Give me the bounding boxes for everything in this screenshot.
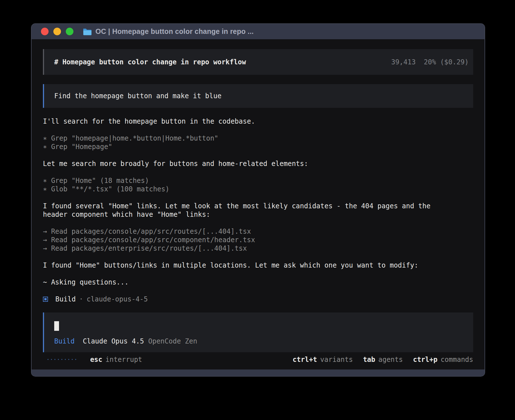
tool-call-line: → Read packages/console/app/src/routes/[… [43,227,455,236]
terminal-content[interactable]: # Homepage button color change in repo w… [32,39,485,369]
session-title: # Homepage button color change in repo w… [54,58,246,66]
assistant-text-line: Let me search more broadly for buttons a… [43,159,455,168]
key-hint-esc: escinterrupt [90,356,142,364]
user-message-text: Find the homepage button and make it blu… [54,92,221,100]
key-name: tab [363,356,375,364]
window-title: OC | Homepage button color change in rep… [95,27,254,36]
tool-call-line: → Read packages/console/app/src/componen… [43,236,455,244]
assistant-text-line: I found "Home" buttons/links in multiple… [43,261,455,270]
agent-model: claude-opus-4-5 [87,295,148,303]
key-action-label: variants [320,356,353,364]
transcript-block-tool: ∗ Grep "Home" (18 matches)∗ Glob "**/*.t… [43,176,455,193]
input-provider-label: OpenCode Zen [148,337,197,345]
assistant-text-line: I found several "Home" links. Let me loo… [43,202,455,219]
window-bottom-edge [31,369,485,376]
status-left: ········· escinterrupt [43,355,142,364]
key-name: ctrl+t [293,356,317,364]
key-action-label: agents [378,356,403,364]
key-name: ctrl+p [413,356,438,364]
status-bar: ········· escinterrupt ctrl+tvariantstab… [43,355,473,364]
input-model-row: Build Claude Opus 4.5 OpenCode Zen [54,337,469,345]
transcript-block-text: I found "Home" buttons/links in multiple… [43,261,455,270]
key-action-label: interrupt [105,356,142,364]
message-input[interactable]: Build Claude Opus 4.5 OpenCode Zen [43,312,473,352]
transcript-block-status: ~ Asking questions... [43,278,455,286]
assistant-text-line: I'll search for the homepage button in t… [43,117,455,126]
session-stats: 39,413 20% ($0.29) [391,58,469,66]
agent-status-row: Build · claude-opus-4-5 [43,295,473,303]
agent-name: Build [55,295,76,303]
statusbar-keys-left: escinterrupt [90,356,142,364]
key-action-label: commands [440,356,473,364]
status-right: ctrl+tvariantstabagentsctrl+pcommands [282,356,473,364]
titlebar[interactable]: OC | Homepage button color change in rep… [31,24,485,39]
tool-call-line: ∗ Grep "homepage|home.*button|Home.*butt… [43,134,455,143]
tool-call-line: ∗ Glob "**/*.tsx" (100 matches) [43,185,455,193]
terminal-window: OC | Homepage button color change in rep… [31,24,485,376]
tool-call-line: ∗ Grep "Home" (18 matches) [43,176,455,185]
transcript-block-text: Let me search more broadly for buttons a… [43,159,455,168]
transcript-block-tool: ∗ Grep "homepage|home.*button|Home.*butt… [43,134,455,151]
transcript-block-text: I'll search for the homepage button in t… [43,117,455,126]
key-hint-ctrl-p: ctrl+pcommands [413,356,473,364]
close-button[interactable] [41,28,49,35]
agent-separator: · [79,295,83,303]
input-model-label: Claude Opus 4.5 [83,337,144,345]
key-hint-ctrl-t: ctrl+tvariants [293,356,353,364]
input-agent-label: Build [54,337,75,345]
session-header: # Homepage button color change in repo w… [43,49,473,75]
statusbar-keys-right: ctrl+tvariantstabagentsctrl+pcommands [282,356,473,364]
transcript: I'll search for the homepage button in t… [43,117,455,286]
tool-call-line: ∗ Grep "Homepage" [43,143,455,151]
transcript-block-tool: → Read packages/console/app/src/routes/[… [43,227,455,253]
folder-icon [83,28,91,35]
zoom-button[interactable] [66,28,73,35]
transcript-block-text: I found several "Home" links. Let me loo… [43,202,455,219]
spinner-dots: ········· [47,355,78,364]
text-cursor [54,321,59,331]
key-name: esc [90,356,102,364]
assistant-text-line: ~ Asking questions... [43,278,455,286]
user-message: Find the homepage button and make it blu… [43,84,473,108]
key-hint-tab: tabagents [363,356,403,364]
minimize-button[interactable] [53,28,61,35]
agent-icon [43,297,48,302]
tool-call-line: → Read packages/enterprise/src/routes/[.… [43,244,455,253]
